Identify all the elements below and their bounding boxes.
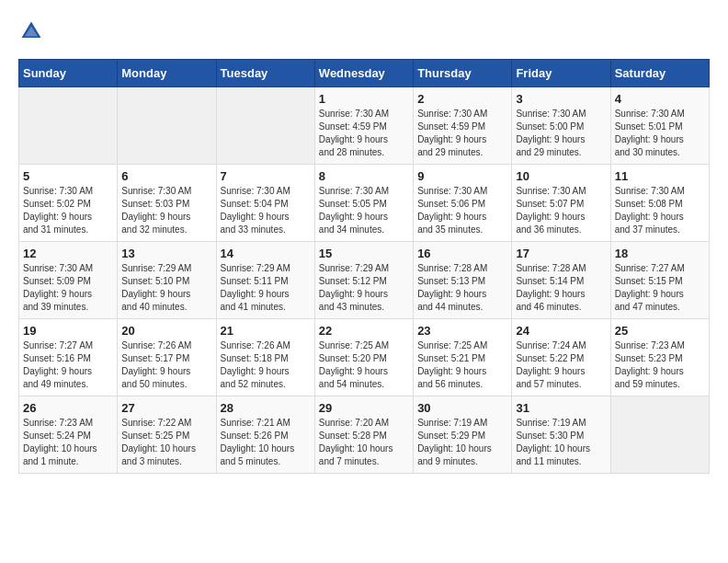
day-number: 26 — [23, 401, 113, 415]
day-number: 21 — [221, 324, 311, 338]
calendar-cell: 23Sunrise: 7:25 AM Sunset: 5:21 PM Dayli… — [414, 319, 512, 396]
day-number: 23 — [417, 324, 507, 338]
calendar-cell: 21Sunrise: 7:26 AM Sunset: 5:18 PM Dayli… — [216, 319, 314, 396]
day-info: Sunrise: 7:30 AM Sunset: 4:59 PM Dayligh… — [319, 108, 409, 159]
day-info: Sunrise: 7:23 AM Sunset: 5:23 PM Dayligh… — [615, 339, 705, 391]
calendar-cell: 1Sunrise: 7:30 AM Sunset: 4:59 PM Daylig… — [314, 87, 413, 165]
calendar-cell: 9Sunrise: 7:30 AM Sunset: 5:06 PM Daylig… — [414, 165, 512, 242]
day-info: Sunrise: 7:20 AM Sunset: 5:28 PM Dayligh… — [319, 417, 409, 468]
calendar-cell: 29Sunrise: 7:20 AM Sunset: 5:28 PM Dayli… — [314, 396, 413, 474]
day-number: 22 — [319, 324, 409, 338]
day-info: Sunrise: 7:29 AM Sunset: 5:11 PM Dayligh… — [221, 262, 311, 314]
weekday-header: Friday — [512, 60, 610, 87]
calendar-cell — [216, 87, 314, 165]
day-number: 18 — [615, 247, 705, 260]
calendar-cell: 25Sunrise: 7:23 AM Sunset: 5:23 PM Dayli… — [610, 319, 709, 396]
day-number: 29 — [319, 401, 409, 415]
day-info: Sunrise: 7:27 AM Sunset: 5:15 PM Dayligh… — [615, 262, 705, 314]
calendar-cell — [610, 396, 709, 474]
day-info: Sunrise: 7:19 AM Sunset: 5:30 PM Dayligh… — [516, 417, 606, 468]
day-info: Sunrise: 7:27 AM Sunset: 5:16 PM Dayligh… — [23, 339, 113, 391]
day-info: Sunrise: 7:28 AM Sunset: 5:14 PM Dayligh… — [516, 262, 606, 314]
day-number: 4 — [615, 92, 705, 106]
day-number: 17 — [516, 247, 606, 260]
calendar-cell: 27Sunrise: 7:22 AM Sunset: 5:25 PM Dayli… — [118, 396, 216, 474]
day-info: Sunrise: 7:30 AM Sunset: 5:00 PM Dayligh… — [516, 108, 606, 159]
day-number: 8 — [319, 169, 409, 183]
day-number: 25 — [615, 324, 705, 338]
calendar-cell: 18Sunrise: 7:27 AM Sunset: 5:15 PM Dayli… — [610, 242, 709, 319]
day-info: Sunrise: 7:29 AM Sunset: 5:12 PM Dayligh… — [319, 262, 409, 314]
day-number: 27 — [121, 401, 211, 415]
day-info: Sunrise: 7:25 AM Sunset: 5:21 PM Dayligh… — [417, 339, 507, 391]
day-number: 16 — [417, 247, 507, 260]
calendar-cell: 10Sunrise: 7:30 AM Sunset: 5:07 PM Dayli… — [512, 165, 610, 242]
calendar-week-row: 5Sunrise: 7:30 AM Sunset: 5:02 PM Daylig… — [19, 165, 710, 242]
day-number: 6 — [121, 169, 211, 183]
day-number: 31 — [516, 401, 606, 415]
calendar-cell: 11Sunrise: 7:30 AM Sunset: 5:08 PM Dayli… — [610, 165, 709, 242]
day-info: Sunrise: 7:28 AM Sunset: 5:13 PM Dayligh… — [417, 262, 507, 314]
day-number: 3 — [516, 92, 606, 106]
day-number: 24 — [516, 324, 606, 338]
day-number: 1 — [319, 92, 409, 106]
calendar-table: SundayMondayTuesdayWednesdayThursdayFrid… — [18, 59, 710, 474]
calendar-cell: 15Sunrise: 7:29 AM Sunset: 5:12 PM Dayli… — [314, 242, 413, 319]
day-number: 2 — [417, 92, 507, 106]
day-number: 15 — [319, 247, 409, 260]
day-number: 19 — [23, 324, 113, 338]
calendar-cell: 6Sunrise: 7:30 AM Sunset: 5:03 PM Daylig… — [118, 165, 216, 242]
calendar-cell: 4Sunrise: 7:30 AM Sunset: 5:01 PM Daylig… — [610, 87, 709, 165]
calendar-week-row: 12Sunrise: 7:30 AM Sunset: 5:09 PM Dayli… — [19, 242, 710, 319]
weekday-header: Sunday — [19, 60, 118, 87]
calendar-cell: 24Sunrise: 7:24 AM Sunset: 5:22 PM Dayli… — [512, 319, 610, 396]
calendar-cell: 28Sunrise: 7:21 AM Sunset: 5:26 PM Dayli… — [216, 396, 314, 474]
day-info: Sunrise: 7:30 AM Sunset: 5:01 PM Dayligh… — [615, 108, 705, 159]
logo-icon — [18, 18, 44, 44]
day-info: Sunrise: 7:30 AM Sunset: 4:59 PM Dayligh… — [417, 108, 507, 159]
calendar-week-row: 19Sunrise: 7:27 AM Sunset: 5:16 PM Dayli… — [19, 319, 710, 396]
day-number: 14 — [221, 247, 311, 260]
calendar-cell — [19, 87, 118, 165]
day-number: 11 — [615, 169, 705, 183]
calendar-week-row: 1Sunrise: 7:30 AM Sunset: 4:59 PM Daylig… — [19, 87, 710, 165]
day-info: Sunrise: 7:19 AM Sunset: 5:29 PM Dayligh… — [417, 417, 507, 468]
day-info: Sunrise: 7:30 AM Sunset: 5:08 PM Dayligh… — [615, 185, 705, 236]
day-info: Sunrise: 7:29 AM Sunset: 5:10 PM Dayligh… — [121, 262, 211, 314]
weekday-header: Monday — [118, 60, 216, 87]
day-info: Sunrise: 7:30 AM Sunset: 5:03 PM Dayligh… — [121, 185, 211, 236]
day-info: Sunrise: 7:26 AM Sunset: 5:17 PM Dayligh… — [121, 339, 211, 391]
weekday-header: Wednesday — [314, 60, 413, 87]
calendar-cell: 12Sunrise: 7:30 AM Sunset: 5:09 PM Dayli… — [19, 242, 118, 319]
day-number: 7 — [221, 169, 311, 183]
calendar-cell: 30Sunrise: 7:19 AM Sunset: 5:29 PM Dayli… — [414, 396, 512, 474]
day-info: Sunrise: 7:26 AM Sunset: 5:18 PM Dayligh… — [221, 339, 311, 391]
calendar-cell: 3Sunrise: 7:30 AM Sunset: 5:00 PM Daylig… — [512, 87, 610, 165]
day-info: Sunrise: 7:30 AM Sunset: 5:04 PM Dayligh… — [221, 185, 311, 236]
day-number: 13 — [121, 247, 211, 260]
day-info: Sunrise: 7:24 AM Sunset: 5:22 PM Dayligh… — [516, 339, 606, 391]
calendar-cell: 20Sunrise: 7:26 AM Sunset: 5:17 PM Dayli… — [118, 319, 216, 396]
calendar-cell — [118, 87, 216, 165]
day-info: Sunrise: 7:22 AM Sunset: 5:25 PM Dayligh… — [121, 417, 211, 468]
calendar-cell: 22Sunrise: 7:25 AM Sunset: 5:20 PM Dayli… — [314, 319, 413, 396]
calendar-cell: 14Sunrise: 7:29 AM Sunset: 5:11 PM Dayli… — [216, 242, 314, 319]
day-info: Sunrise: 7:30 AM Sunset: 5:06 PM Dayligh… — [417, 185, 507, 236]
day-info: Sunrise: 7:30 AM Sunset: 5:07 PM Dayligh… — [516, 185, 606, 236]
day-info: Sunrise: 7:21 AM Sunset: 5:26 PM Dayligh… — [221, 417, 311, 468]
calendar-cell: 16Sunrise: 7:28 AM Sunset: 5:13 PM Dayli… — [414, 242, 512, 319]
day-number: 20 — [121, 324, 211, 338]
day-number: 30 — [417, 401, 507, 415]
calendar-cell: 13Sunrise: 7:29 AM Sunset: 5:10 PM Dayli… — [118, 242, 216, 319]
calendar-body: 1Sunrise: 7:30 AM Sunset: 4:59 PM Daylig… — [19, 87, 710, 474]
calendar-cell: 7Sunrise: 7:30 AM Sunset: 5:04 PM Daylig… — [216, 165, 314, 242]
day-info: Sunrise: 7:23 AM Sunset: 5:24 PM Dayligh… — [23, 417, 113, 468]
weekday-row: SundayMondayTuesdayWednesdayThursdayFrid… — [19, 60, 710, 87]
weekday-header: Tuesday — [216, 60, 314, 87]
calendar-cell: 5Sunrise: 7:30 AM Sunset: 5:02 PM Daylig… — [19, 165, 118, 242]
day-number: 28 — [221, 401, 311, 415]
day-info: Sunrise: 7:30 AM Sunset: 5:05 PM Dayligh… — [319, 185, 409, 236]
day-number: 9 — [417, 169, 507, 183]
day-number: 12 — [23, 247, 113, 260]
day-info: Sunrise: 7:25 AM Sunset: 5:20 PM Dayligh… — [319, 339, 409, 391]
